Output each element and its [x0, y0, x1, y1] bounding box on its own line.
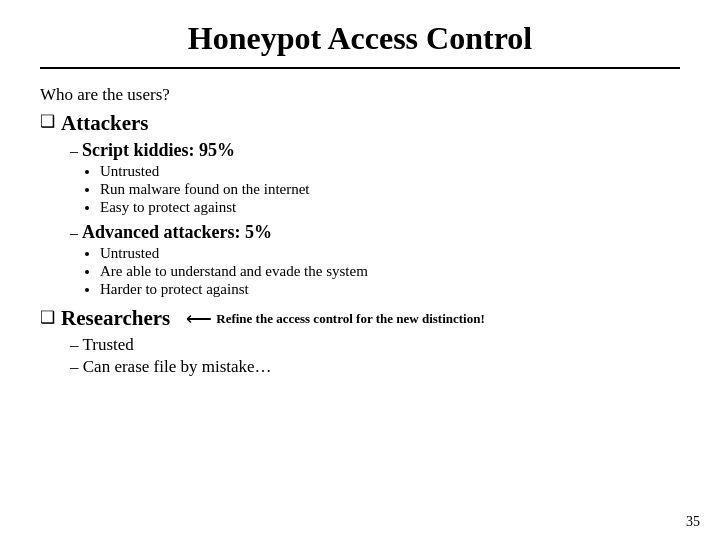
bullet-evade: Are able to understand and evade the sys… — [100, 263, 680, 280]
content-area: Who are the users? ❑ Attackers – Script … — [40, 85, 680, 520]
dash-2: – — [70, 224, 82, 241]
script-kiddies-label: Script kiddies: 95% — [82, 140, 235, 160]
script-kiddies-bullets: Untrusted Run malware found on the inter… — [100, 163, 680, 216]
slide-title: Honeypot Access Control — [188, 20, 532, 56]
researchers-label: Researchers — [61, 306, 170, 331]
dash-4: – — [70, 357, 83, 376]
trusted-item: – Trusted — [70, 335, 680, 355]
dash-3: – — [70, 335, 82, 354]
bullet-run-malware: Run malware found on the internet — [100, 181, 680, 198]
page-number: 35 — [686, 514, 700, 530]
erase-item: – Can erase file by mistake… — [70, 357, 680, 377]
refine-text: Refine the access control for the new di… — [216, 311, 485, 327]
advanced-attackers-label: Advanced attackers: 5% — [82, 222, 272, 242]
can-erase-label: Can erase file by mistake… — [83, 357, 272, 376]
slide: Honeypot Access Control Who are the user… — [0, 0, 720, 540]
bullet-untrusted-2: Untrusted — [100, 245, 680, 262]
bullet-untrusted-1: Untrusted — [100, 163, 680, 180]
checkbox-icon-researchers: ❑ — [40, 307, 55, 329]
title-section: Honeypot Access Control — [40, 20, 680, 69]
advanced-attackers-bullets: Untrusted Are able to understand and eva… — [100, 245, 680, 298]
script-kiddies-item: – Script kiddies: 95% — [70, 140, 680, 161]
dash-1: – — [70, 142, 82, 159]
arrow-icon: ⟵ — [186, 308, 212, 330]
who-question: Who are the users? — [40, 85, 680, 105]
attackers-label: Attackers — [61, 111, 148, 136]
trusted-label: Trusted — [82, 335, 133, 354]
refine-note: ⟵ Refine the access control for the new … — [186, 308, 485, 330]
checkbox-icon-attackers: ❑ — [40, 111, 55, 133]
advanced-attackers-item: – Advanced attackers: 5% — [70, 222, 680, 243]
researchers-row: ❑ Researchers ⟵ Refine the access contro… — [40, 306, 680, 331]
bullet-harder-protect: Harder to protect against — [100, 281, 680, 298]
attackers-item: ❑ Attackers — [40, 111, 680, 136]
bullet-easy-protect: Easy to protect against — [100, 199, 680, 216]
